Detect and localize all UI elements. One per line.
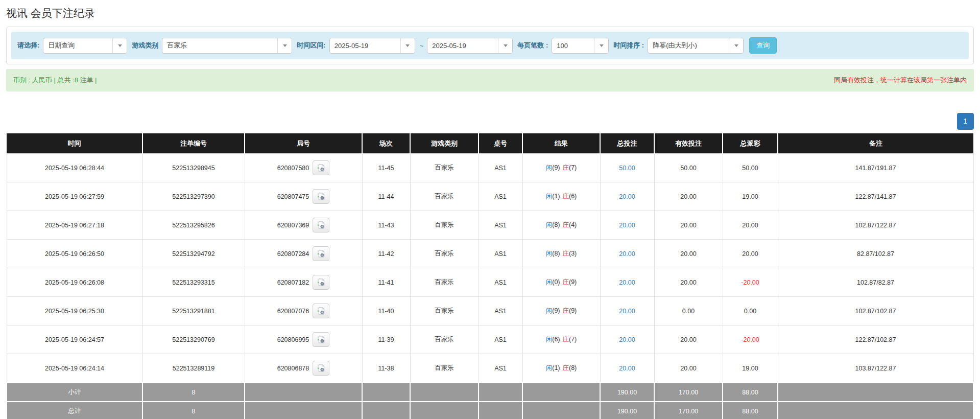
cell-session: 11-44 xyxy=(362,182,410,211)
cell-table-no: AS1 xyxy=(479,154,522,182)
subtotal-row: 小计8190.00170.0088.00 xyxy=(7,383,973,402)
column-header-5: 桌号 xyxy=(479,133,522,154)
chevron-down-icon[interactable] xyxy=(112,38,127,53)
cell-bet-id: 522513298945 xyxy=(142,154,245,182)
cell-remark: 103.87/122.87 xyxy=(778,354,973,383)
cell-total-bet: 20.00 xyxy=(600,240,654,268)
game-category-select[interactable]: 百家乐 xyxy=(162,38,292,54)
column-header-6: 结果 xyxy=(522,133,600,154)
cell-valid-bet: 20.00 xyxy=(654,240,723,268)
video-replay-button[interactable] xyxy=(313,275,329,290)
time-sort-value: 降幂(由大到小) xyxy=(648,38,729,53)
query-type-select[interactable]: 日期查询 xyxy=(43,38,127,54)
filter-fields: 请选择:日期查询游戏类别百家乐时间区间:2025-05-19~2025-05-1… xyxy=(17,38,744,54)
column-header-1: 注单编号 xyxy=(142,133,245,154)
video-replay-button[interactable] xyxy=(313,218,329,232)
filter-panel: 请选择:日期查询游戏类别百家乐时间区间:2025-05-19~2025-05-1… xyxy=(6,27,974,64)
cell-bet-id: 522513289119 xyxy=(142,354,245,383)
chevron-down-icon[interactable] xyxy=(729,38,743,53)
filter-field-date-from: 时间区间:2025-05-19 xyxy=(297,38,415,54)
total-bet-link[interactable]: 20.00 xyxy=(619,222,635,229)
cell-round-id: 620806995 xyxy=(245,325,362,354)
total-bet-link[interactable]: 20.00 xyxy=(619,279,635,286)
total-row-cell-5 xyxy=(479,402,522,419)
chevron-down-icon[interactable] xyxy=(594,38,608,53)
cell-round-id: 620807284 xyxy=(245,240,362,268)
search-button[interactable]: 查询 xyxy=(749,37,777,54)
time-sort-select[interactable]: 降幂(由大到小) xyxy=(648,38,744,54)
chevron-down-icon[interactable] xyxy=(400,38,415,53)
date-to-label: ~ xyxy=(420,42,424,50)
video-replay-button[interactable] xyxy=(313,304,329,318)
cell-game-category: 百家乐 xyxy=(410,182,479,211)
cell-remark: 102.87/122.87 xyxy=(778,211,973,240)
table-row: 2025-05-19 06:24:57522513290769620806995… xyxy=(7,325,973,354)
video-replay-button[interactable] xyxy=(313,189,329,204)
total-bet-link[interactable]: 20.00 xyxy=(619,308,635,315)
video-file-icon xyxy=(317,364,326,372)
chevron-down-icon[interactable] xyxy=(277,38,292,53)
pagination-page-1-button[interactable]: 1 xyxy=(957,113,974,130)
cell-remark: 141.87/191.87 xyxy=(778,154,973,182)
page-title: 视讯 会员下注纪录 xyxy=(6,6,974,20)
page-size-select[interactable]: 100 xyxy=(552,38,609,54)
video-replay-button[interactable] xyxy=(313,361,329,376)
table-row: 2025-05-19 06:28:44522513298945620807580… xyxy=(7,154,973,182)
banker-result: 庄 xyxy=(563,221,569,228)
column-header-2: 局号 xyxy=(245,133,362,154)
player-result: 闲 xyxy=(546,221,553,228)
cell-payout: 19.00 xyxy=(723,182,778,211)
total-row: 总计8190.00170.0088.00 xyxy=(7,402,973,419)
table-row: 2025-05-19 06:26:08522513293315620807182… xyxy=(7,268,973,297)
query-type-value: 日期查询 xyxy=(43,38,112,53)
banker-result: 庄 xyxy=(563,250,569,257)
cell-valid-bet: 20.00 xyxy=(654,268,723,297)
video-file-icon xyxy=(317,336,326,343)
summary-bar: 币别 : 人民币 | 总共 :8 注单 | 同局有效投注，统一计算在该局第一张注… xyxy=(6,69,974,91)
cell-result: 闲(8)庄(4) xyxy=(522,211,600,240)
subtotal-row-cell-6 xyxy=(522,383,600,402)
subtotal-row-cell-7: 190.00 xyxy=(600,383,654,402)
page-size-value: 100 xyxy=(552,38,594,53)
video-replay-button[interactable] xyxy=(313,160,329,175)
cell-total-bet: 20.00 xyxy=(600,182,654,211)
date-from-select[interactable]: 2025-05-19 xyxy=(329,38,415,54)
filter-field-time-sort: 时间排序 :降幂(由大到小) xyxy=(613,38,744,54)
total-bet-link[interactable]: 20.00 xyxy=(619,250,635,258)
banker-result: 庄 xyxy=(563,364,569,371)
player-result: 闲 xyxy=(546,307,553,314)
cell-total-bet: 50.00 xyxy=(600,154,654,182)
game-category-label: 游戏类别 xyxy=(132,41,158,50)
table-row: 2025-05-19 06:24:14522513289119620806878… xyxy=(7,354,973,383)
total-bet-link[interactable]: 20.00 xyxy=(619,365,635,372)
cell-bet-id: 522513290769 xyxy=(142,325,245,354)
pagination-top: 1 xyxy=(6,113,974,130)
subtotal-row-cell-8: 170.00 xyxy=(654,383,723,402)
cell-round-id: 620807369 xyxy=(245,211,362,240)
cell-bet-id: 522513293315 xyxy=(142,268,245,297)
video-file-icon xyxy=(317,250,326,258)
total-bet-link[interactable]: 50.00 xyxy=(619,165,635,172)
chevron-down-icon[interactable] xyxy=(498,38,512,53)
video-file-icon xyxy=(317,221,326,229)
video-replay-button[interactable] xyxy=(313,246,329,261)
player-result: 闲 xyxy=(546,278,553,286)
total-row-cell-1: 8 xyxy=(142,402,245,419)
total-row-cell-0: 总计 xyxy=(7,402,142,419)
subtotal-row-cell-3 xyxy=(362,383,410,402)
cell-round-id: 620807580 xyxy=(245,154,362,182)
banker-result: 庄 xyxy=(563,193,569,200)
banker-result: 庄 xyxy=(563,336,569,343)
total-bet-link[interactable]: 20.00 xyxy=(619,193,635,200)
total-bet-link[interactable]: 20.00 xyxy=(619,336,635,343)
cell-session: 11-38 xyxy=(362,354,410,383)
cell-remark: 82.87/102.87 xyxy=(778,240,973,268)
date-to-select[interactable]: 2025-05-19 xyxy=(427,38,513,54)
cell-total-bet: 20.00 xyxy=(600,211,654,240)
total-row-cell-4 xyxy=(410,402,479,419)
video-replay-button[interactable] xyxy=(313,332,329,347)
subtotal-row-cell-9: 88.00 xyxy=(723,383,778,402)
filter-field-game-category: 游戏类别百家乐 xyxy=(132,38,292,54)
total-row-cell-8: 170.00 xyxy=(654,402,723,419)
player-result: 闲 xyxy=(546,250,553,257)
